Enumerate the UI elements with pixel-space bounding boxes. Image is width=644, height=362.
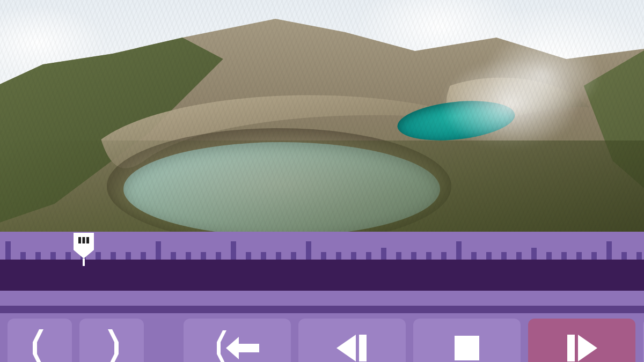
ruler-tick bbox=[411, 252, 416, 260]
ruler-tick bbox=[636, 252, 642, 260]
panel-divider bbox=[0, 306, 644, 313]
ruler-tick bbox=[216, 252, 221, 260]
ruler-tick bbox=[471, 252, 477, 260]
ruler-tick bbox=[426, 252, 431, 260]
ruler-tick bbox=[261, 252, 266, 260]
timeline[interactable] bbox=[0, 232, 644, 306]
ruler-tick bbox=[621, 252, 627, 260]
ruler-tick bbox=[456, 241, 462, 260]
ruler-tick bbox=[126, 252, 131, 260]
bracket-right-icon bbox=[99, 329, 124, 362]
playhead-icon bbox=[70, 232, 97, 266]
stop-icon bbox=[448, 329, 486, 362]
ruler-tick bbox=[516, 252, 522, 260]
ruler-tick bbox=[351, 252, 356, 260]
ruler-tick bbox=[5, 241, 11, 260]
ruler-tick bbox=[201, 252, 206, 260]
texture-overlay bbox=[0, 0, 644, 232]
ruler-tick bbox=[501, 252, 507, 260]
svg-rect-6 bbox=[567, 335, 575, 361]
svg-rect-1 bbox=[78, 237, 81, 243]
go-to-in-button[interactable] bbox=[184, 319, 291, 362]
svg-rect-0 bbox=[83, 258, 85, 266]
ruler-tick bbox=[156, 241, 161, 260]
step-back-button[interactable] bbox=[298, 319, 406, 362]
ruler-tick bbox=[396, 252, 401, 260]
ruler-tick bbox=[546, 252, 552, 260]
preview-viewport bbox=[0, 0, 644, 232]
ruler-tick bbox=[231, 241, 236, 260]
transport-controls bbox=[0, 313, 644, 362]
ruler-tick bbox=[321, 252, 326, 260]
ruler-tick bbox=[606, 241, 612, 260]
ruler-tick bbox=[441, 252, 447, 260]
stop-button[interactable] bbox=[413, 319, 521, 362]
svg-rect-3 bbox=[86, 237, 89, 243]
ruler-tick bbox=[576, 252, 582, 260]
ruler-tick bbox=[246, 252, 251, 260]
mark-in-button[interactable] bbox=[8, 319, 72, 362]
play-button[interactable] bbox=[528, 319, 635, 362]
svg-rect-4 bbox=[359, 335, 367, 361]
ruler-tick bbox=[50, 252, 56, 260]
ruler-tick bbox=[171, 252, 176, 260]
ruler-tick bbox=[306, 241, 311, 260]
svg-rect-2 bbox=[83, 237, 85, 243]
ruler-tick bbox=[531, 248, 537, 260]
ruler-tick bbox=[486, 252, 492, 260]
step-backward-icon bbox=[328, 329, 376, 362]
ruler-tick bbox=[291, 252, 296, 260]
ruler-tick bbox=[35, 252, 41, 260]
ruler-tick bbox=[561, 252, 567, 260]
svg-rect-5 bbox=[455, 336, 479, 360]
ruler-tick bbox=[381, 248, 386, 260]
to-in-point-icon bbox=[208, 329, 267, 362]
ruler-tick bbox=[111, 252, 116, 260]
bracket-left-icon bbox=[27, 329, 52, 362]
ruler-tick bbox=[591, 252, 597, 260]
play-offset-icon bbox=[558, 329, 606, 362]
mark-out-button[interactable] bbox=[79, 319, 144, 362]
ruler-tick bbox=[366, 252, 371, 260]
playhead[interactable] bbox=[70, 232, 97, 266]
video-editor bbox=[0, 0, 644, 362]
ruler-tick bbox=[276, 252, 281, 260]
ruler-tick bbox=[336, 252, 341, 260]
ruler-tick bbox=[141, 252, 146, 260]
ruler-tick bbox=[186, 252, 191, 260]
ruler-tick bbox=[20, 252, 26, 260]
